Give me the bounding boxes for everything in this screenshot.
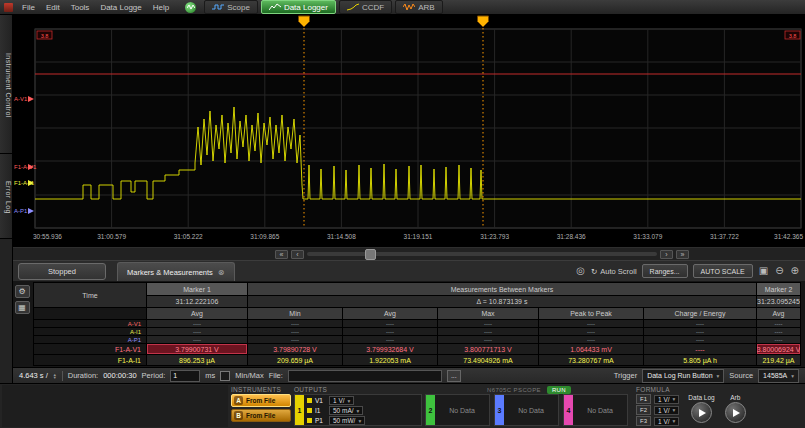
channel2-tab[interactable]: 2 xyxy=(426,395,435,425)
trace-label-av1[interactable]: A-V1 xyxy=(14,96,28,102)
channel1-tab[interactable]: 1 xyxy=(295,395,304,425)
f3-range-select[interactable]: 1 V/▾ xyxy=(654,417,679,426)
f2-range-select[interactable]: 1 V/▾ xyxy=(654,406,679,415)
file-label: File: xyxy=(269,371,283,380)
trace-label-ap1[interactable]: A-P1 xyxy=(14,208,28,214)
formula-f1-chip[interactable]: F1 xyxy=(636,394,651,404)
scroll-first-button[interactable]: « xyxy=(275,250,288,259)
rail-error-log[interactable]: Error Log xyxy=(0,154,12,239)
from-file-b-button[interactable]: B From File xyxy=(231,409,291,422)
period-input[interactable] xyxy=(170,370,200,382)
channel2-no-data: No Data xyxy=(435,395,489,425)
cell: ---- xyxy=(248,328,342,335)
scope-wave-icon xyxy=(212,3,224,11)
file-input[interactable] xyxy=(288,370,442,382)
cell: 3.79900731 V xyxy=(147,344,247,354)
marker-delta: Δ = 10.873139 s xyxy=(248,296,756,307)
channel1-block[interactable]: 1 V1 1 V/▾ I1 50 mA/▾ P1 xyxy=(294,394,422,426)
trace-label-f1av1[interactable]: F1-A-V1 xyxy=(14,164,37,170)
tab-data-logger[interactable]: Data Logger xyxy=(261,0,336,14)
formula-f2-chip[interactable]: F2 xyxy=(636,405,651,415)
measurements-table: Time Marker 1 Measurements Between Marke… xyxy=(33,282,801,366)
channel3-tab[interactable]: 3 xyxy=(495,395,504,425)
x-tick-label: 31:09.865 xyxy=(250,233,279,240)
ranges-button[interactable]: Ranges... xyxy=(642,264,688,278)
scroll-handle[interactable] xyxy=(365,249,376,260)
arb-run-button[interactable] xyxy=(725,402,746,423)
tab-ccdf-label: CCDF xyxy=(362,3,384,12)
chevron-down-icon: ▾ xyxy=(673,407,676,413)
tab-scope[interactable]: Scope xyxy=(204,0,258,14)
minmax-label: Min/Max xyxy=(235,371,263,380)
tab-ccdf[interactable]: CCDF xyxy=(339,0,392,14)
timebase-stepper[interactable]: ▲▼ xyxy=(53,373,57,379)
cell: ---- xyxy=(757,320,800,327)
channel2-block[interactable]: 2 No Data xyxy=(425,394,490,426)
channel4-block[interactable]: 4 No Data xyxy=(563,394,628,426)
i1-range-select[interactable]: 50 mA/▾ xyxy=(329,406,363,415)
cell: ---- xyxy=(539,336,643,343)
formula-f3-chip[interactable]: F3 xyxy=(636,416,651,426)
chevron-down-icon: ▾ xyxy=(673,418,676,424)
rail-instrument-control[interactable]: Instrument Control xyxy=(0,15,12,154)
time-header: Time xyxy=(34,283,146,307)
marker1-handle-icon[interactable] xyxy=(299,16,310,27)
menu-help[interactable]: Help xyxy=(148,3,174,12)
channel3-block[interactable]: 3 No Data xyxy=(494,394,559,426)
markers-measurements-tab[interactable]: Markers & Measurements ⊗ xyxy=(117,262,235,281)
trigger-label: Trigger xyxy=(614,371,637,380)
tab-arb[interactable]: ARB xyxy=(395,0,442,14)
waveform-chart[interactable]: 3.8 3.8 A-V1 F1-A-V1 F1-A-I1 A-P1 30:55.… xyxy=(13,15,805,247)
run-status-badge: RUN xyxy=(547,386,571,394)
scroll-next-button[interactable]: › xyxy=(660,250,673,259)
marker2-handle-icon[interactable] xyxy=(478,16,489,27)
center-markers-icon[interactable]: ◎ xyxy=(575,266,586,276)
from-file-b-label: From File xyxy=(246,412,275,419)
p1-range-select[interactable]: 50 mW/▾ xyxy=(329,416,365,425)
duration-value: 000:00:30 xyxy=(103,371,136,380)
app-window: File Edit Tools Data Logge Help Scope Da… xyxy=(0,0,805,428)
channel3-no-data: No Data xyxy=(504,395,558,425)
zoom-out-icon[interactable]: ⊖ xyxy=(774,266,784,276)
trace-label-f1ai1[interactable]: F1-A-I1 xyxy=(14,180,35,186)
cell: 3.800771713 V xyxy=(438,344,538,354)
channel4-tab[interactable]: 4 xyxy=(564,395,573,425)
play-icon xyxy=(733,409,740,417)
datalog-label: Data Log xyxy=(688,394,714,401)
cell: 3.799932684 V xyxy=(343,344,437,354)
trigger-select[interactable]: Data Log Run Button ▾ xyxy=(642,369,724,383)
source-select[interactable]: 14585A ▾ xyxy=(758,369,799,383)
close-icon[interactable]: ⊗ xyxy=(218,268,225,277)
duration-label: Duration: xyxy=(68,371,98,380)
cell: ---- xyxy=(343,336,437,343)
zoom-in-icon[interactable]: ⊕ xyxy=(790,266,800,276)
menu-data-logger[interactable]: Data Logge xyxy=(95,3,146,12)
scroll-last-button[interactable]: » xyxy=(676,250,689,259)
cell: 896.253 µA xyxy=(147,355,247,365)
row-label: F1-A-V1 xyxy=(34,344,146,354)
menu-tools[interactable]: Tools xyxy=(66,3,95,12)
v1-range-select[interactable]: 1 V/▾ xyxy=(329,396,354,405)
auto-scroll-toggle[interactable]: ↻ Auto Scroll xyxy=(591,267,637,276)
settings-icon[interactable]: ⚙ xyxy=(15,285,30,298)
logo-icon xyxy=(185,2,196,13)
i1-color-icon xyxy=(307,408,312,413)
chevron-down-icon: ▾ xyxy=(717,373,720,379)
from-file-a-button[interactable]: A From File xyxy=(231,394,291,407)
minmax-checkbox[interactable] xyxy=(220,371,230,381)
grid-icon[interactable]: ▦ xyxy=(15,301,30,314)
tab-scope-label: Scope xyxy=(227,3,250,12)
menu-edit[interactable]: Edit xyxy=(41,3,65,12)
browse-button[interactable]: ... xyxy=(447,370,461,382)
run-stop-status[interactable]: Stopped xyxy=(18,263,106,280)
menu-file[interactable]: File xyxy=(17,3,40,12)
f1-range-select[interactable]: 1 V/▾ xyxy=(654,395,679,404)
trace-pointer-icon xyxy=(28,208,34,214)
cell: 219.42 µA xyxy=(757,355,800,365)
p1-range-value: 50 mW/ xyxy=(333,417,355,424)
datalog-run-button[interactable] xyxy=(691,402,712,423)
scroll-prev-button[interactable]: ‹ xyxy=(291,250,304,259)
auto-scale-button[interactable]: AUTO SCALE xyxy=(693,264,753,278)
scroll-track[interactable] xyxy=(307,252,657,256)
zoom-box-icon[interactable]: ▣ xyxy=(758,266,769,276)
